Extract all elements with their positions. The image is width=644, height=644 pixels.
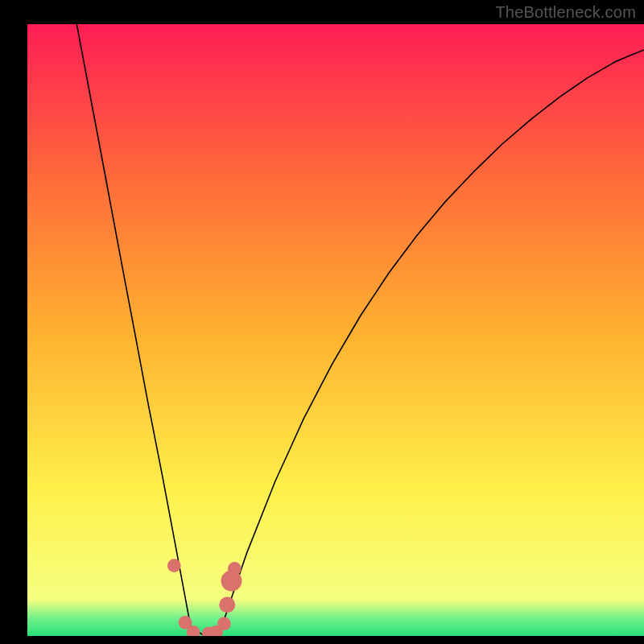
chart-frame: TheBottleneck.com — [0, 0, 644, 644]
plot-background — [27, 24, 644, 636]
data-marker — [219, 597, 235, 613]
data-marker — [217, 617, 231, 630]
chart-svg — [0, 0, 644, 644]
data-marker — [187, 625, 200, 639]
data-marker — [228, 562, 242, 576]
data-marker — [167, 559, 181, 572]
chart-canvas — [0, 0, 644, 644]
curve-bottom-join — [205, 636, 219, 637]
